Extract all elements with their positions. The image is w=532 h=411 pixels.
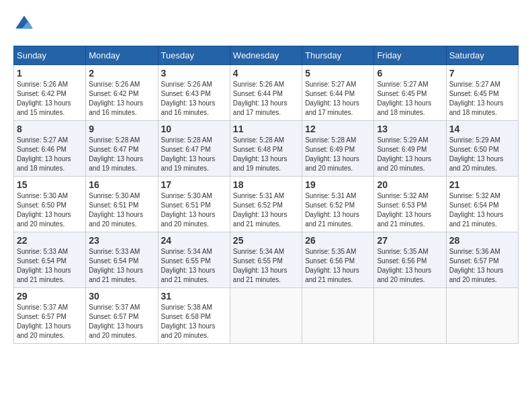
- day-info: Sunrise: 5:34 AMSunset: 6:55 PMDaylight:…: [161, 247, 227, 285]
- day-info: Sunrise: 5:27 AMSunset: 6:46 PMDaylight:…: [17, 136, 83, 173]
- calendar-cell: 30 Sunrise: 5:37 AMSunset: 6:57 PMDaylig…: [86, 288, 158, 344]
- day-number: 1: [17, 68, 83, 79]
- day-info: Sunrise: 5:28 AMSunset: 6:48 PMDaylight:…: [233, 136, 299, 173]
- day-info: Sunrise: 5:31 AMSunset: 6:52 PMDaylight:…: [233, 191, 299, 229]
- calendar-cell: [446, 288, 518, 344]
- day-info: Sunrise: 5:31 AMSunset: 6:52 PMDaylight:…: [305, 191, 371, 229]
- page-header: [13, 13, 519, 35]
- calendar-cell: 15 Sunrise: 5:30 AMSunset: 6:50 PMDaylig…: [14, 177, 86, 232]
- weekday-header-row: SundayMondayTuesdayWednesdayThursdayFrid…: [14, 46, 519, 65]
- calendar-body: 1 Sunrise: 5:26 AMSunset: 6:42 PMDayligh…: [14, 65, 519, 344]
- day-number: 12: [305, 124, 371, 134]
- day-number: 9: [89, 124, 154, 134]
- day-number: 22: [17, 235, 83, 246]
- calendar-cell: 23 Sunrise: 5:33 AMSunset: 6:54 PMDaylig…: [86, 232, 158, 288]
- calendar-cell: 9 Sunrise: 5:28 AMSunset: 6:47 PMDayligh…: [86, 121, 158, 177]
- calendar-cell: 10 Sunrise: 5:28 AMSunset: 6:47 PMDaylig…: [158, 121, 230, 177]
- day-info: Sunrise: 5:27 AMSunset: 6:45 PMDaylight:…: [377, 80, 443, 118]
- weekday-header-wednesday: Wednesday: [230, 46, 302, 65]
- day-info: Sunrise: 5:32 AMSunset: 6:54 PMDaylight:…: [449, 191, 515, 229]
- weekday-header-saturday: Saturday: [446, 46, 518, 65]
- day-info: Sunrise: 5:29 AMSunset: 6:50 PMDaylight:…: [449, 136, 515, 173]
- day-number: 5: [305, 68, 371, 79]
- calendar-week-row: 29 Sunrise: 5:37 AMSunset: 6:57 PMDaylig…: [14, 288, 519, 344]
- calendar-week-row: 22 Sunrise: 5:33 AMSunset: 6:54 PMDaylig…: [14, 232, 519, 288]
- day-number: 29: [17, 291, 83, 302]
- calendar-cell: [302, 288, 374, 344]
- weekday-header-friday: Friday: [374, 46, 446, 65]
- calendar-cell: 8 Sunrise: 5:27 AMSunset: 6:46 PMDayligh…: [14, 121, 86, 177]
- calendar-cell: 18 Sunrise: 5:31 AMSunset: 6:52 PMDaylig…: [230, 177, 302, 232]
- day-info: Sunrise: 5:26 AMSunset: 6:42 PMDaylight:…: [89, 80, 154, 118]
- day-info: Sunrise: 5:28 AMSunset: 6:47 PMDaylight:…: [89, 136, 154, 173]
- day-info: Sunrise: 5:32 AMSunset: 6:53 PMDaylight:…: [377, 191, 443, 229]
- calendar-cell: 19 Sunrise: 5:31 AMSunset: 6:52 PMDaylig…: [302, 177, 374, 232]
- calendar-cell: 27 Sunrise: 5:35 AMSunset: 6:56 PMDaylig…: [374, 232, 446, 288]
- calendar-cell: 21 Sunrise: 5:32 AMSunset: 6:54 PMDaylig…: [446, 177, 518, 232]
- calendar-cell: 1 Sunrise: 5:26 AMSunset: 6:42 PMDayligh…: [14, 65, 86, 121]
- day-number: 2: [89, 68, 154, 79]
- calendar-cell: 6 Sunrise: 5:27 AMSunset: 6:45 PMDayligh…: [374, 65, 446, 121]
- day-number: 3: [161, 68, 227, 79]
- day-number: 7: [449, 68, 515, 79]
- weekday-header-sunday: Sunday: [14, 46, 86, 65]
- day-number: 14: [449, 124, 515, 134]
- weekday-header-thursday: Thursday: [302, 46, 374, 65]
- day-number: 25: [233, 235, 299, 246]
- day-info: Sunrise: 5:36 AMSunset: 6:57 PMDaylight:…: [449, 247, 515, 285]
- calendar-cell: 29 Sunrise: 5:37 AMSunset: 6:57 PMDaylig…: [14, 288, 86, 344]
- day-info: Sunrise: 5:28 AMSunset: 6:47 PMDaylight:…: [161, 136, 227, 173]
- calendar-cell: 25 Sunrise: 5:34 AMSunset: 6:55 PMDaylig…: [230, 232, 302, 288]
- calendar-week-row: 1 Sunrise: 5:26 AMSunset: 6:42 PMDayligh…: [14, 65, 519, 121]
- calendar-cell: 14 Sunrise: 5:29 AMSunset: 6:50 PMDaylig…: [446, 121, 518, 177]
- calendar-cell: 13 Sunrise: 5:29 AMSunset: 6:49 PMDaylig…: [374, 121, 446, 177]
- day-info: Sunrise: 5:35 AMSunset: 6:56 PMDaylight:…: [305, 247, 371, 285]
- day-number: 23: [89, 235, 154, 246]
- day-number: 19: [305, 179, 371, 190]
- day-number: 15: [17, 179, 83, 190]
- day-info: Sunrise: 5:35 AMSunset: 6:56 PMDaylight:…: [377, 247, 443, 285]
- calendar-cell: 24 Sunrise: 5:34 AMSunset: 6:55 PMDaylig…: [158, 232, 230, 288]
- day-info: Sunrise: 5:28 AMSunset: 6:49 PMDaylight:…: [305, 136, 371, 173]
- calendar-cell: [374, 288, 446, 344]
- day-number: 4: [233, 68, 299, 79]
- day-number: 13: [377, 124, 443, 134]
- day-number: 8: [17, 124, 83, 134]
- calendar-cell: 16 Sunrise: 5:30 AMSunset: 6:51 PMDaylig…: [86, 177, 158, 232]
- day-number: 26: [305, 235, 371, 246]
- calendar-cell: 20 Sunrise: 5:32 AMSunset: 6:53 PMDaylig…: [374, 177, 446, 232]
- calendar-cell: 3 Sunrise: 5:26 AMSunset: 6:43 PMDayligh…: [158, 65, 230, 121]
- calendar-cell: 12 Sunrise: 5:28 AMSunset: 6:49 PMDaylig…: [302, 121, 374, 177]
- day-info: Sunrise: 5:33 AMSunset: 6:54 PMDaylight:…: [17, 247, 83, 285]
- logo-icon: [13, 13, 35, 35]
- day-info: Sunrise: 5:38 AMSunset: 6:58 PMDaylight:…: [161, 303, 227, 340]
- calendar-cell: 11 Sunrise: 5:28 AMSunset: 6:48 PMDaylig…: [230, 121, 302, 177]
- calendar-cell: 2 Sunrise: 5:26 AMSunset: 6:42 PMDayligh…: [86, 65, 158, 121]
- day-number: 17: [161, 179, 227, 190]
- day-info: Sunrise: 5:30 AMSunset: 6:51 PMDaylight:…: [161, 191, 227, 229]
- day-number: 24: [161, 235, 227, 246]
- day-info: Sunrise: 5:26 AMSunset: 6:43 PMDaylight:…: [161, 80, 227, 118]
- day-number: 11: [233, 124, 299, 134]
- weekday-header-tuesday: Tuesday: [158, 46, 230, 65]
- day-number: 21: [449, 179, 515, 190]
- day-info: Sunrise: 5:30 AMSunset: 6:51 PMDaylight:…: [89, 191, 154, 229]
- calendar-cell: 22 Sunrise: 5:33 AMSunset: 6:54 PMDaylig…: [14, 232, 86, 288]
- calendar-cell: [230, 288, 302, 344]
- calendar-cell: 7 Sunrise: 5:27 AMSunset: 6:45 PMDayligh…: [446, 65, 518, 121]
- calendar-cell: 26 Sunrise: 5:35 AMSunset: 6:56 PMDaylig…: [302, 232, 374, 288]
- day-info: Sunrise: 5:34 AMSunset: 6:55 PMDaylight:…: [233, 247, 299, 285]
- day-info: Sunrise: 5:37 AMSunset: 6:57 PMDaylight:…: [17, 303, 83, 340]
- calendar-cell: 28 Sunrise: 5:36 AMSunset: 6:57 PMDaylig…: [446, 232, 518, 288]
- day-number: 16: [89, 179, 154, 190]
- day-number: 27: [377, 235, 443, 246]
- day-number: 28: [449, 235, 515, 246]
- day-info: Sunrise: 5:27 AMSunset: 6:45 PMDaylight:…: [449, 80, 515, 118]
- calendar-cell: 17 Sunrise: 5:30 AMSunset: 6:51 PMDaylig…: [158, 177, 230, 232]
- calendar-cell: 31 Sunrise: 5:38 AMSunset: 6:58 PMDaylig…: [158, 288, 230, 344]
- day-info: Sunrise: 5:26 AMSunset: 6:42 PMDaylight:…: [17, 80, 83, 118]
- calendar-cell: 4 Sunrise: 5:26 AMSunset: 6:44 PMDayligh…: [230, 65, 302, 121]
- day-number: 30: [89, 291, 154, 302]
- day-number: 6: [377, 68, 443, 79]
- day-number: 18: [233, 179, 299, 190]
